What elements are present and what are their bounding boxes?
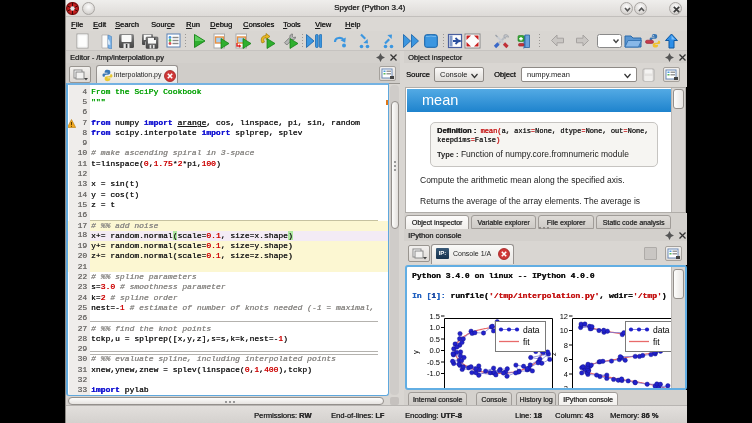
svg-text:1.5: 1.5 — [430, 312, 440, 321]
svg-text:6: 6 — [564, 355, 568, 364]
svg-text:data: data — [523, 325, 540, 335]
svg-text:1.0: 1.0 — [430, 323, 440, 332]
svg-text:-0.5: -0.5 — [427, 358, 440, 367]
svg-text:4: 4 — [564, 370, 568, 379]
svg-text:10: 10 — [560, 326, 568, 335]
svg-text:data: data — [653, 325, 670, 335]
svg-text:12: 12 — [560, 312, 568, 321]
svg-text:8: 8 — [564, 341, 568, 350]
svg-text:z: z — [549, 352, 558, 356]
svg-text:fit: fit — [523, 337, 530, 347]
svg-text:0.5: 0.5 — [430, 335, 440, 344]
svg-text:-1.0: -1.0 — [427, 369, 440, 378]
svg-text:fit: fit — [653, 337, 660, 347]
svg-text:0.0: 0.0 — [430, 346, 440, 355]
svg-text:y: y — [411, 350, 420, 354]
svg-text:2: 2 — [564, 384, 568, 388]
